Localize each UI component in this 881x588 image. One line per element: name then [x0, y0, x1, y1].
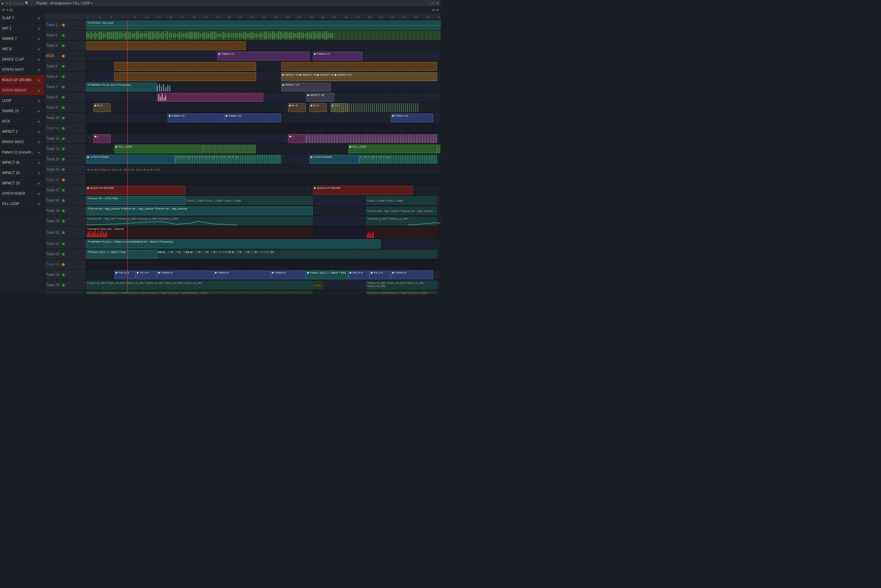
- track-content-19[interactable]: ✎Serum #8 – Hyp_Detune ✎Serum #8 – Hyp_D…: [86, 206, 440, 216]
- clip-pattern10-a[interactable]: ▶ Pattern 10: [168, 114, 224, 123]
- add-icon[interactable]: +: [38, 68, 42, 72]
- track-content-13[interactable]: ▶ FILL LOOP ▶ FILL LOOP: [86, 144, 440, 154]
- add-icon[interactable]: +: [38, 36, 42, 41]
- sidebar-item-synthriser[interactable]: SYNTH RISER +: [0, 189, 44, 199]
- clip-endless-b[interactable]: [366, 227, 437, 238]
- clip-fabfilter[interactable]: ✎FabFilter Pro-Q..and 1 Frequency: [86, 82, 157, 92]
- window-controls[interactable]: ─ □ ✕: [429, 1, 439, 6]
- clip-serum-cutoff-b[interactable]: ✎Serum..Cutoff ✎Serum..Cutoff ✎Serum..Cu…: [366, 291, 437, 294]
- clip-pattern10-c[interactable]: ▶ Pattern 10: [391, 114, 434, 123]
- clip-fabfilter-q3[interactable]: ✎FabFilter Pro-Q 3 – Pattern 6 (consolid…: [86, 240, 380, 248]
- add-icon[interactable]: +: [38, 140, 42, 144]
- sidebar-item-snare7[interactable]: SNARE 7 +: [0, 34, 44, 44]
- sidebar-item-hat1[interactable]: HAT 1 +: [0, 23, 44, 34]
- clip-serum-rate-row[interactable]: ✎Seru..1 Rate✎Seru..1 Rate✎Seru..1 Rate: [185, 196, 313, 205]
- track-content-12[interactable]: ▶ I.. ▶ I..: [86, 134, 440, 144]
- clip-pattern6-c[interactable]: ▶ Pattern 6: [270, 270, 306, 279]
- add-icon[interactable]: +: [38, 47, 42, 52]
- clip-serum-rate-row2[interactable]: ✎Seru..1 Rate✎Seru..1 Rate: [366, 196, 437, 205]
- track-content-11[interactable]: [86, 123, 440, 133]
- clip-track12-d[interactable]: [306, 134, 437, 143]
- sidebar-item-kick[interactable]: KICK +: [0, 116, 44, 127]
- sidebar-item-impact05[interactable]: IMPACT 05 +: [0, 158, 44, 168]
- add-icon[interactable]: +: [38, 171, 42, 176]
- clip-track12-b[interactable]: [114, 134, 256, 143]
- clip-serum-cutoff-a[interactable]: ✎Serum..Cutoff ✎Serum..Cutoff ✎Serum..Cu…: [86, 291, 313, 294]
- clip-parameq-b[interactable]: ▶ Param. EQ 2..) – Band 7 freq: [306, 270, 349, 279]
- sidebar-item-danceclap[interactable]: DANCE CLAP +: [0, 54, 44, 64]
- clip-parameq-row[interactable]: ▶▶ ▶L..P ▶L..P ▶L..P ▶▶ ▶L..P ▶L..P ▶L..…: [157, 250, 437, 259]
- clip-track8[interactable]: [157, 93, 263, 102]
- track-content-1[interactable]: ✎LFOTool - Mix level: [86, 20, 440, 30]
- track-content-9[interactable]: ▶ B..S ▶ B..S ▶ B..S ▶ B..S: [86, 102, 440, 112]
- clip-seru-mix-b[interactable]: ✎Seru..im_Mix ✎Seru..im_Mix ✎Seru..im_Mi…: [366, 281, 437, 290]
- add-icon[interactable]: +: [38, 16, 42, 21]
- sidebar-item-brassbass[interactable]: BRASS BASS +: [0, 137, 44, 147]
- clip-pat6-b[interactable]: ▶ Pa..n 6: [136, 270, 157, 279]
- sidebar-item-snare23[interactable]: SNARE 23 +: [0, 106, 44, 116]
- track-content-18[interactable]: ✎Serum #8 – LFO1 Rate ✎Seru..1 Rate✎Seru…: [86, 195, 440, 206]
- clip-synthriser-a[interactable]: ▶ SYNTH RISER: [86, 155, 175, 164]
- clip-serum-wet-b[interactable]: ✎Serum_p_Wet ✎Serum_p_Wet: [366, 217, 437, 226]
- track-content-7[interactable]: ✎FabFilter Pro-Q..and 1 Frequency ▶ IMPA…: [86, 82, 440, 92]
- track-content-26[interactable]: ✎Seru..im_Mix ✎Seru..im_Mix ✎Seru..im_Mi…: [86, 280, 440, 290]
- clip-parameq-a[interactable]: ✎Param. EQ 2..) – Band 7 freq: [86, 250, 157, 259]
- clip-on-a[interactable]: ✎..on ✎..on ✎..on ✎S..on ✎..on ✎..on ✎..…: [175, 155, 281, 164]
- track-content-10[interactable]: ▶ Pattern 10 ▶ Pattern 10 ▶ Pattern 10: [86, 113, 440, 123]
- clip-fillloop-d[interactable]: [437, 144, 440, 153]
- clip-fillloop-c[interactable]: ▶ FILL LOOP: [348, 144, 437, 153]
- add-icon[interactable]: +: [38, 191, 42, 196]
- sidebar-item-loop[interactable]: LOOP +: [0, 96, 44, 106]
- sidebar-item-impact19[interactable]: IMPACT 19 +: [0, 178, 44, 189]
- sidebar-item-clap7[interactable]: CLAP 7 +: [0, 13, 44, 23]
- clip-track12-a[interactable]: ▶ I..: [93, 134, 111, 143]
- clip-serum-lfo-a[interactable]: ✎Serum #8 – LFO1 Rate: [86, 196, 185, 205]
- clip-endless[interactable]: ✎Endless Smil..ted) – Intensit: [86, 227, 313, 238]
- add-icon[interactable]: +: [38, 181, 42, 186]
- clip-synthriser-b[interactable]: ▶ SYNTH RISER: [309, 155, 359, 164]
- clip-serum-hyp-a[interactable]: ✎Serum #8 – Hyp_Detune ✎Serum #8 – Hyp_D…: [86, 206, 313, 215]
- add-icon[interactable]: +: [38, 202, 42, 206]
- track-content-16[interactable]: [86, 175, 440, 185]
- clip-on-b[interactable]: ✎..on ✎..on ✎..on ✎..on: [359, 155, 437, 164]
- transport-controls[interactable]: ⊕ ✕ ⊞: [2, 8, 12, 12]
- clip-impact18[interactable]: ▶ IMPACT 18: [306, 93, 334, 102]
- track-content-24[interactable]: [86, 260, 440, 269]
- clip-pattern12-b[interactable]: ▶ Pattern 12: [313, 52, 362, 60]
- clip-pat6-a[interactable]: ▶ Pat..m 6: [114, 270, 136, 279]
- add-icon[interactable]: +: [38, 109, 42, 114]
- add-icon[interactable]: +: [38, 57, 42, 62]
- clip-pattern12-a[interactable]: ▶ Pattern 12: [217, 52, 309, 60]
- clip-fillloop-a[interactable]: ▶ FILL LOOP: [114, 144, 203, 153]
- add-icon[interactable]: +: [38, 150, 42, 155]
- clip-p2-row[interactable]: ×P..2×P..2×Pa..2××P..2×P..×P..2×P..×P..2…: [86, 165, 440, 174]
- clip-pattern6-a[interactable]: ▶ Pattern 6: [157, 270, 214, 279]
- track-content-6[interactable]: ▶ IMPACT 05 ▶ IMPACT 05 ▶ IMPACT 05 ▶ IM…: [86, 72, 440, 81]
- clip-track5-b[interactable]: [281, 62, 437, 71]
- track-content-17[interactable]: ▶ BUILD UP DRUMS ▶ BUILD UP DRUMS: [86, 185, 440, 195]
- track-content-23[interactable]: ✎Param. EQ 2..) – Band 7 freq ▶▶ ▶L..P ▶…: [86, 249, 440, 259]
- add-icon[interactable]: +: [38, 119, 42, 124]
- clip-fillloop-b[interactable]: [203, 144, 257, 153]
- clip-pat6-c[interactable]: ▶ Pat..m 6: [348, 270, 369, 279]
- track-content-kick[interactable]: ▶ Pattern 12 ▶ Pattern 12: [86, 51, 440, 61]
- clip-buildupdrums-a[interactable]: ▶ BUILD UP DRUMS: [86, 186, 185, 195]
- sidebar-item-fillloop[interactable]: FILL LOOP +: [0, 199, 44, 209]
- clip-pattern10-b[interactable]: ▶ Pattern 10: [224, 114, 281, 123]
- add-icon[interactable]: +: [38, 26, 42, 31]
- clip-bs-c[interactable]: ▶ B..S: [309, 103, 327, 112]
- clip-bs-b[interactable]: ▶ B..S: [288, 103, 306, 112]
- track-content-22[interactable]: ✎FabFilter Pro-Q 3 – Pattern 6 (consolid…: [86, 239, 440, 249]
- track-content-5[interactable]: [86, 61, 440, 71]
- track-content-2[interactable]: [86, 30, 440, 40]
- clip-track12-c[interactable]: ▶ I..: [288, 134, 306, 143]
- clip-pa6-c[interactable]: ▶ Pa..n 6: [369, 270, 391, 279]
- sidebar-item-synthbrass[interactable]: SYNTH BRASS +: [0, 86, 44, 96]
- sidebar-item-buildupdrums[interactable]: BUILD UP DRUMS +: [0, 75, 44, 86]
- sidebar-item-hat8[interactable]: HAT 8 +: [0, 44, 44, 54]
- sidebar-item-impact1[interactable]: IMPACT 1 +: [0, 127, 44, 137]
- clip-pattern6-b[interactable]: ▶ Pattern 6: [214, 270, 270, 279]
- clip-lfotool[interactable]: ✎LFOTool - Mix level: [86, 21, 440, 30]
- sidebar-item-synthshot[interactable]: SYNTH SHOT +: [0, 64, 44, 75]
- clip-impact05[interactable]: ▶ IMPACT 05 ▶ IMPACT 05 ▶ IMPACT 05 ▶ IM…: [281, 72, 437, 81]
